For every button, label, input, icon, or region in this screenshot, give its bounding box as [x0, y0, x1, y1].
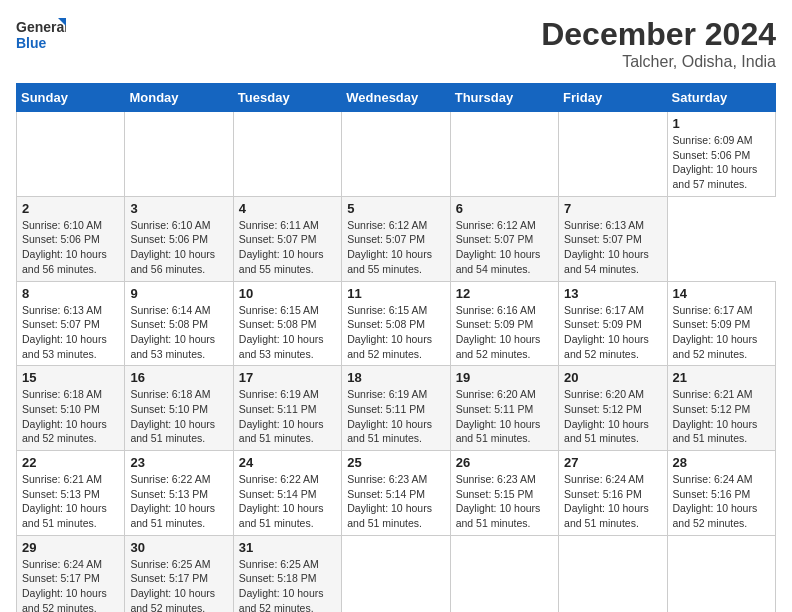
day-info: Sunrise: 6:09 AM Sunset: 5:06 PM Dayligh…: [673, 133, 770, 192]
day-info: Sunrise: 6:12 AM Sunset: 5:07 PM Dayligh…: [347, 218, 444, 277]
empty-cell: [450, 112, 558, 197]
day-number: 5: [347, 201, 444, 216]
calendar-day-8: 8 Sunrise: 6:13 AM Sunset: 5:07 PM Dayli…: [17, 281, 125, 366]
day-info: Sunrise: 6:22 AM Sunset: 5:13 PM Dayligh…: [130, 472, 227, 531]
calendar-week-5: 22 Sunrise: 6:21 AM Sunset: 5:13 PM Dayl…: [17, 451, 776, 536]
empty-cell: [667, 535, 775, 612]
day-info: Sunrise: 6:23 AM Sunset: 5:14 PM Dayligh…: [347, 472, 444, 531]
calendar-header-thursday: Thursday: [450, 84, 558, 112]
calendar-day-2: 2 Sunrise: 6:10 AM Sunset: 5:06 PM Dayli…: [17, 196, 125, 281]
day-number: 16: [130, 370, 227, 385]
svg-text:Blue: Blue: [16, 35, 47, 51]
calendar-header-wednesday: Wednesday: [342, 84, 450, 112]
day-info: Sunrise: 6:21 AM Sunset: 5:12 PM Dayligh…: [673, 387, 770, 446]
calendar-day-15: 15 Sunrise: 6:18 AM Sunset: 5:10 PM Dayl…: [17, 366, 125, 451]
empty-cell: [125, 112, 233, 197]
calendar-day-13: 13 Sunrise: 6:17 AM Sunset: 5:09 PM Dayl…: [559, 281, 667, 366]
calendar-day-26: 26 Sunrise: 6:23 AM Sunset: 5:15 PM Dayl…: [450, 451, 558, 536]
day-number: 17: [239, 370, 336, 385]
calendar-header-saturday: Saturday: [667, 84, 775, 112]
day-info: Sunrise: 6:10 AM Sunset: 5:06 PM Dayligh…: [130, 218, 227, 277]
day-number: 4: [239, 201, 336, 216]
calendar-day-20: 20 Sunrise: 6:20 AM Sunset: 5:12 PM Dayl…: [559, 366, 667, 451]
calendar-day-18: 18 Sunrise: 6:19 AM Sunset: 5:11 PM Dayl…: [342, 366, 450, 451]
day-info: Sunrise: 6:18 AM Sunset: 5:10 PM Dayligh…: [130, 387, 227, 446]
day-info: Sunrise: 6:15 AM Sunset: 5:08 PM Dayligh…: [239, 303, 336, 362]
calendar-day-19: 19 Sunrise: 6:20 AM Sunset: 5:11 PM Dayl…: [450, 366, 558, 451]
calendar-week-1: 1 Sunrise: 6:09 AM Sunset: 5:06 PM Dayli…: [17, 112, 776, 197]
day-number: 26: [456, 455, 553, 470]
day-info: Sunrise: 6:18 AM Sunset: 5:10 PM Dayligh…: [22, 387, 119, 446]
day-number: 11: [347, 286, 444, 301]
day-number: 30: [130, 540, 227, 555]
title-section: December 2024 Talcher, Odisha, India: [541, 16, 776, 71]
day-info: Sunrise: 6:19 AM Sunset: 5:11 PM Dayligh…: [239, 387, 336, 446]
day-number: 9: [130, 286, 227, 301]
calendar-day-24: 24 Sunrise: 6:22 AM Sunset: 5:14 PM Dayl…: [233, 451, 341, 536]
day-number: 20: [564, 370, 661, 385]
day-info: Sunrise: 6:14 AM Sunset: 5:08 PM Dayligh…: [130, 303, 227, 362]
day-number: 25: [347, 455, 444, 470]
empty-cell: [233, 112, 341, 197]
calendar-day-17: 17 Sunrise: 6:19 AM Sunset: 5:11 PM Dayl…: [233, 366, 341, 451]
calendar-day-29: 29 Sunrise: 6:24 AM Sunset: 5:17 PM Dayl…: [17, 535, 125, 612]
calendar-day-10: 10 Sunrise: 6:15 AM Sunset: 5:08 PM Dayl…: [233, 281, 341, 366]
calendar-day-27: 27 Sunrise: 6:24 AM Sunset: 5:16 PM Dayl…: [559, 451, 667, 536]
day-info: Sunrise: 6:16 AM Sunset: 5:09 PM Dayligh…: [456, 303, 553, 362]
calendar-week-3: 8 Sunrise: 6:13 AM Sunset: 5:07 PM Dayli…: [17, 281, 776, 366]
empty-cell: [342, 112, 450, 197]
empty-cell: [17, 112, 125, 197]
calendar-table: SundayMondayTuesdayWednesdayThursdayFrid…: [16, 83, 776, 612]
calendar-day-22: 22 Sunrise: 6:21 AM Sunset: 5:13 PM Dayl…: [17, 451, 125, 536]
day-number: 14: [673, 286, 770, 301]
calendar-day-30: 30 Sunrise: 6:25 AM Sunset: 5:17 PM Dayl…: [125, 535, 233, 612]
logo-svg: General Blue: [16, 16, 66, 56]
day-info: Sunrise: 6:15 AM Sunset: 5:08 PM Dayligh…: [347, 303, 444, 362]
calendar-header-sunday: Sunday: [17, 84, 125, 112]
day-info: Sunrise: 6:23 AM Sunset: 5:15 PM Dayligh…: [456, 472, 553, 531]
day-number: 7: [564, 201, 661, 216]
day-info: Sunrise: 6:25 AM Sunset: 5:17 PM Dayligh…: [130, 557, 227, 612]
day-info: Sunrise: 6:11 AM Sunset: 5:07 PM Dayligh…: [239, 218, 336, 277]
day-number: 21: [673, 370, 770, 385]
empty-cell: [342, 535, 450, 612]
calendar-day-12: 12 Sunrise: 6:16 AM Sunset: 5:09 PM Dayl…: [450, 281, 558, 366]
day-number: 29: [22, 540, 119, 555]
day-number: 19: [456, 370, 553, 385]
day-number: 3: [130, 201, 227, 216]
calendar-day-25: 25 Sunrise: 6:23 AM Sunset: 5:14 PM Dayl…: [342, 451, 450, 536]
empty-cell: [559, 535, 667, 612]
day-number: 6: [456, 201, 553, 216]
day-number: 24: [239, 455, 336, 470]
day-info: Sunrise: 6:24 AM Sunset: 5:17 PM Dayligh…: [22, 557, 119, 612]
calendar-day-4: 4 Sunrise: 6:11 AM Sunset: 5:07 PM Dayli…: [233, 196, 341, 281]
calendar-header-tuesday: Tuesday: [233, 84, 341, 112]
day-number: 27: [564, 455, 661, 470]
calendar-day-23: 23 Sunrise: 6:22 AM Sunset: 5:13 PM Dayl…: [125, 451, 233, 536]
calendar-day-7: 7 Sunrise: 6:13 AM Sunset: 5:07 PM Dayli…: [559, 196, 667, 281]
day-info: Sunrise: 6:20 AM Sunset: 5:12 PM Dayligh…: [564, 387, 661, 446]
calendar-day-28: 28 Sunrise: 6:24 AM Sunset: 5:16 PM Dayl…: [667, 451, 775, 536]
logo: General Blue: [16, 16, 66, 56]
page-header: General Blue December 2024 Talcher, Odis…: [16, 16, 776, 71]
calendar-day-6: 6 Sunrise: 6:12 AM Sunset: 5:07 PM Dayli…: [450, 196, 558, 281]
calendar-day-5: 5 Sunrise: 6:12 AM Sunset: 5:07 PM Dayli…: [342, 196, 450, 281]
day-number: 12: [456, 286, 553, 301]
day-number: 8: [22, 286, 119, 301]
location: Talcher, Odisha, India: [541, 53, 776, 71]
day-info: Sunrise: 6:24 AM Sunset: 5:16 PM Dayligh…: [673, 472, 770, 531]
day-number: 28: [673, 455, 770, 470]
day-info: Sunrise: 6:19 AM Sunset: 5:11 PM Dayligh…: [347, 387, 444, 446]
day-number: 2: [22, 201, 119, 216]
day-info: Sunrise: 6:24 AM Sunset: 5:16 PM Dayligh…: [564, 472, 661, 531]
day-info: Sunrise: 6:17 AM Sunset: 5:09 PM Dayligh…: [673, 303, 770, 362]
day-number: 31: [239, 540, 336, 555]
day-number: 15: [22, 370, 119, 385]
calendar-day-1: 1 Sunrise: 6:09 AM Sunset: 5:06 PM Dayli…: [667, 112, 775, 197]
day-info: Sunrise: 6:25 AM Sunset: 5:18 PM Dayligh…: [239, 557, 336, 612]
day-number: 23: [130, 455, 227, 470]
day-info: Sunrise: 6:17 AM Sunset: 5:09 PM Dayligh…: [564, 303, 661, 362]
day-number: 13: [564, 286, 661, 301]
calendar-week-4: 15 Sunrise: 6:18 AM Sunset: 5:10 PM Dayl…: [17, 366, 776, 451]
calendar-header-row: SundayMondayTuesdayWednesdayThursdayFrid…: [17, 84, 776, 112]
